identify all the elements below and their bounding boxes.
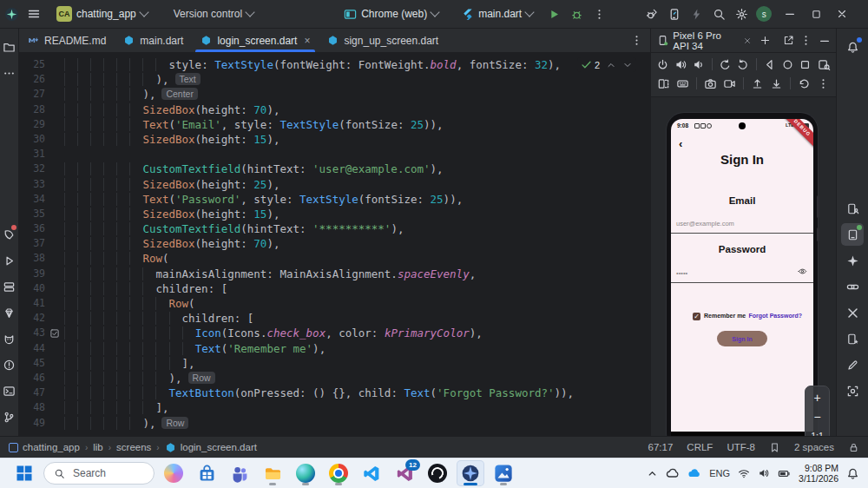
- rotate-left-icon[interactable]: [717, 56, 734, 73]
- line-number[interactable]: 38: [19, 251, 45, 266]
- code-line-35[interactable]: 35 SizedBox(height: 15),: [19, 207, 650, 221]
- vscode-app[interactable]: [358, 460, 385, 486]
- password-field[interactable]: •••••: [676, 269, 687, 277]
- code-line-32[interactable]: 32 CustomTextfield(hintText: 'user@examp…: [19, 162, 650, 176]
- breadcrumb-item[interactable]: lib: [93, 442, 103, 452]
- device-selector[interactable]: Chrome (web): [338, 3, 444, 24]
- line-number[interactable]: 26: [19, 72, 45, 87]
- copilot-app[interactable]: [160, 460, 187, 486]
- line-number[interactable]: 40: [19, 281, 45, 296]
- hardware-input-icon[interactable]: [674, 75, 692, 92]
- rotate-right-icon[interactable]: [734, 56, 752, 73]
- code-line-31[interactable]: 31: [19, 147, 650, 162]
- breadcrumb-item[interactable]: login_screen.dart: [165, 442, 257, 453]
- line-number[interactable]: 44: [19, 341, 45, 356]
- device-manager-icon[interactable]: [841, 197, 864, 220]
- code-line-33[interactable]: 33 SizedBox(height: 25),: [19, 177, 650, 192]
- toggle-password-visibility-icon[interactable]: [798, 267, 807, 279]
- window-minimize-button[interactable]: [777, 0, 803, 29]
- line-number[interactable]: 47: [19, 386, 45, 400]
- line-number[interactable]: 34: [19, 192, 45, 207]
- debug-button[interactable]: [565, 3, 588, 24]
- notifications-icon[interactable]: [841, 36, 864, 58]
- line-number[interactable]: 43: [19, 326, 45, 340]
- next-problem-icon[interactable]: [622, 60, 633, 70]
- line-number[interactable]: 32: [19, 162, 45, 176]
- camera-icon[interactable]: [701, 75, 720, 92]
- volume-up-icon[interactable]: [673, 56, 690, 73]
- email-field[interactable]: user@example.com: [676, 220, 734, 228]
- volume-tray-icon[interactable]: [758, 467, 770, 479]
- display-mirror-icon[interactable]: [815, 56, 832, 73]
- android-studio-app[interactable]: [457, 460, 484, 486]
- terminal-tool-icon[interactable]: [1, 379, 18, 402]
- code-line-48[interactable]: 48 ],: [19, 400, 650, 415]
- notification-center-icon[interactable]: [846, 467, 859, 480]
- more-run-options-icon[interactable]: [588, 3, 610, 24]
- read-only-lock-icon[interactable]: [848, 442, 859, 453]
- more-vertical-icon[interactable]: [814, 75, 832, 92]
- volume-down-icon[interactable]: [690, 56, 707, 73]
- back-arrow-icon[interactable]: ‹: [679, 138, 682, 149]
- add-device-icon[interactable]: [759, 33, 772, 49]
- caret-position[interactable]: 67:17: [648, 442, 674, 452]
- tab-list-menu-icon[interactable]: [623, 29, 650, 52]
- running-devices-icon[interactable]: [841, 223, 864, 246]
- line-number[interactable]: 33: [19, 177, 45, 192]
- vcs-widget[interactable]: Version control: [168, 3, 260, 24]
- tab-login_screen.dart[interactable]: login_screen.dart×: [192, 29, 319, 52]
- back-icon[interactable]: [761, 56, 779, 73]
- gutter-checkbox-icon[interactable]: [45, 326, 64, 340]
- tab-main.dart[interactable]: main.dart: [115, 29, 192, 52]
- home-icon[interactable]: [779, 56, 796, 73]
- taskbar-clock[interactable]: 9:08 PM 3/11/2026: [799, 463, 838, 484]
- version-control-tool-icon[interactable]: [1, 406, 18, 428]
- code-line-46[interactable]: 46 ),Row: [19, 371, 650, 386]
- inspections-profile-icon[interactable]: [769, 442, 780, 453]
- line-number[interactable]: 46: [19, 371, 45, 386]
- code-line-45[interactable]: 45 ],: [19, 356, 650, 371]
- line-number[interactable]: 25: [19, 57, 45, 72]
- code-line-49[interactable]: 49 ),Row: [19, 416, 650, 431]
- line-number[interactable]: 29: [19, 117, 45, 132]
- close-device-tab-icon[interactable]: [743, 35, 752, 46]
- run-tool-icon[interactable]: [1, 249, 18, 272]
- snapshot-restore-icon[interactable]: [795, 75, 813, 92]
- close-tab-icon[interactable]: ×: [304, 35, 310, 47]
- more-tool-windows-icon[interactable]: [1, 62, 18, 84]
- store-app[interactable]: [193, 460, 220, 486]
- cloud-status-icon[interactable]: [666, 466, 680, 480]
- breadcrumb-item[interactable]: chatting_app: [9, 442, 80, 452]
- build-tools-icon[interactable]: [841, 301, 864, 324]
- edge-app[interactable]: [292, 460, 319, 486]
- line-number[interactable]: 28: [19, 102, 45, 117]
- main-menu-icon[interactable]: [23, 3, 45, 24]
- encoding-widget[interactable]: UTF-8: [727, 442, 755, 452]
- device-explorer-icon[interactable]: [841, 327, 864, 350]
- line-number[interactable]: 37: [19, 236, 45, 251]
- assistant-icon[interactable]: [841, 275, 864, 298]
- line-number[interactable]: 31: [19, 147, 45, 162]
- code-line-39[interactable]: 39 mainAxisAlignment: MainAxisAlignment.…: [19, 267, 650, 281]
- line-number[interactable]: 48: [19, 400, 45, 415]
- tab-sign_up_screen.dart[interactable]: sign_up_screen.dart: [319, 29, 447, 52]
- tab-README.md[interactable]: README.md: [19, 29, 115, 52]
- power-icon[interactable]: [654, 56, 672, 73]
- breadcrumb-item[interactable]: screens: [116, 442, 151, 452]
- forgot-password-link[interactable]: Forgot Password?: [749, 313, 802, 319]
- obs-app[interactable]: [424, 460, 451, 486]
- overview-icon[interactable]: [797, 56, 814, 73]
- code-line-26[interactable]: 26 ),Text: [19, 72, 650, 87]
- code-line-37[interactable]: 37 SizedBox(height: 70),: [19, 236, 650, 251]
- battery-tray-icon[interactable]: [778, 467, 791, 480]
- line-number[interactable]: 41: [19, 296, 45, 311]
- project-folder-icon[interactable]: [1, 36, 18, 58]
- visual-studio-app[interactable]: 12: [391, 460, 418, 486]
- code-line-30[interactable]: 30 SizedBox(height: 15),: [19, 132, 650, 147]
- run-button[interactable]: [542, 3, 565, 24]
- code-line-47[interactable]: 47 TextButton(onPressed: () {}, child: T…: [19, 386, 650, 400]
- code-line-38[interactable]: 38 Row(: [19, 251, 650, 266]
- search-everywhere-button[interactable]: [707, 3, 730, 24]
- code-line-25[interactable]: 25 style: TextStyle(fontWeight: FontWeig…: [19, 57, 650, 72]
- flutter-device-tools-button[interactable]: [662, 3, 685, 24]
